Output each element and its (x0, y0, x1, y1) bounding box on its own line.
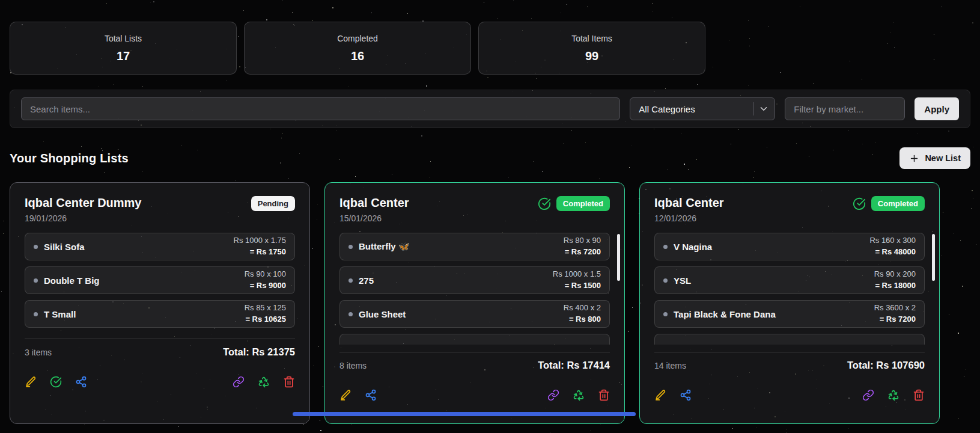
list-date: 19/01/2026 (25, 213, 141, 223)
list-item[interactable]: Rs 1640 x 1 (654, 334, 925, 345)
item-name: Double T Big (44, 275, 100, 286)
bullet-icon (34, 312, 38, 316)
vertical-scrollbar-thumb[interactable] (932, 234, 935, 281)
horizontal-scrollbar-thumb[interactable] (293, 412, 636, 416)
list-item[interactable]: YSLRs 90 x 200= Rs 18000 (654, 266, 925, 294)
stat-card-total-lists: Total Lists 17 (10, 22, 237, 75)
reuse-list-button[interactable] (887, 389, 899, 401)
item-list: Butterfly 🦋Rs 80 x 90= Rs 7200275Rs 1000… (339, 233, 610, 345)
list-total: Total: Rs 21375 (223, 346, 295, 358)
actions-left (25, 376, 87, 388)
item-calc: Rs 3600 x 2 (874, 302, 916, 314)
stat-label: Total Items (571, 34, 612, 43)
reuse-list-button[interactable] (258, 376, 270, 388)
pencil-icon (339, 389, 352, 401)
list-item[interactable]: Butterfly 🦋Rs 80 x 90= Rs 7200 (339, 233, 610, 260)
copy-link-button[interactable] (233, 376, 245, 388)
card-header: Iqbal Center 12/01/2026 Completed (654, 195, 925, 223)
item-name: V Nagina (674, 242, 712, 252)
new-list-label: New List (925, 153, 961, 163)
delete-list-button[interactable] (598, 389, 610, 401)
list-item[interactable]: Silki SofaRs 1000 x 1.75= Rs 1750 (25, 233, 295, 260)
list-item[interactable]: T SmallRs 85 x 125= Rs 10625 (25, 300, 295, 328)
recycle-icon (258, 376, 270, 388)
list-date: 12/01/2026 (654, 213, 724, 223)
share-list-button[interactable] (75, 376, 87, 388)
shopping-lists-grid: Iqbal Center Dummy 19/01/2026 Pending Si… (10, 182, 970, 424)
search-input[interactable] (21, 97, 620, 120)
edit-list-button[interactable] (654, 389, 666, 401)
reuse-list-button[interactable] (573, 389, 585, 401)
link-icon (233, 376, 245, 388)
item-calc: Rs 90 x 200 (874, 269, 916, 280)
mark-complete-button[interactable] (50, 376, 62, 388)
list-title: Iqbal Center Dummy (25, 195, 141, 210)
card-actions (339, 389, 610, 401)
item-calc: Rs 90 x 100 (245, 269, 286, 280)
item-total: = Rs 1500 (553, 280, 601, 292)
apply-button[interactable]: Apply (915, 97, 959, 120)
item-total: = Rs 7200 (874, 314, 916, 325)
bullet-icon (663, 245, 668, 249)
select-divider (753, 102, 753, 115)
item-name: Silki Sofa (44, 242, 85, 252)
status-badge: Completed (871, 196, 925, 211)
app-page: Total Lists 17 Completed 16 Total Items … (0, 0, 980, 433)
divider (654, 352, 925, 352)
item-name: Tapi Black & Fone Dana (674, 309, 776, 319)
edit-list-button[interactable] (339, 389, 352, 401)
shopping-list-card: Iqbal Center 15/01/2026 Completed Butter… (324, 182, 625, 424)
copy-link-button[interactable] (547, 389, 559, 401)
trash-icon (283, 376, 295, 388)
item-total: = Rs 18000 (874, 280, 916, 292)
share-list-button[interactable] (365, 389, 377, 401)
item-total: = Rs 48000 (869, 247, 916, 258)
list-total: Total: Rs 107690 (847, 360, 925, 371)
item-name: Butterfly 🦋 (359, 241, 410, 252)
list-item[interactable]: 275Rs 1000 x 1.5= Rs 1500 (339, 266, 610, 294)
new-list-button[interactable]: New List (899, 147, 970, 169)
items-count: 14 items (654, 361, 686, 370)
item-list: Silki SofaRs 1000 x 1.75= Rs 1750Double … (25, 233, 295, 328)
list-status: Pending (251, 196, 295, 211)
item-total: = Rs 9000 (245, 280, 286, 292)
list-item[interactable]: Glue SheetRs 400 x 2= Rs 800 (339, 300, 610, 328)
bullet-icon (663, 278, 668, 283)
list-item[interactable]: V NaginaRs 160 x 300= Rs 48000 (654, 233, 925, 260)
stat-label: Total Lists (105, 34, 142, 43)
actions-right (233, 376, 295, 388)
bullet-icon (348, 245, 353, 249)
card-header: Iqbal Center Dummy 19/01/2026 Pending (25, 195, 295, 223)
recycle-icon (887, 389, 899, 401)
stat-label: Completed (337, 34, 378, 43)
card-summary: 3 items Total: Rs 21375 (25, 346, 295, 358)
share-list-button[interactable] (680, 389, 692, 401)
item-name: Glue Sheet (359, 309, 406, 319)
copy-link-button[interactable] (862, 389, 874, 401)
category-select[interactable]: All Categories (630, 97, 775, 120)
bullet-icon (348, 278, 353, 283)
share-icon (75, 376, 87, 388)
list-total: Total: Rs 17414 (538, 360, 610, 371)
link-icon (862, 389, 874, 401)
item-calc: Rs 85 x 125 (245, 302, 286, 314)
shopping-list-card: Iqbal Center 12/01/2026 Completed V Nagi… (639, 182, 940, 424)
item-calc: Rs 160 x 300 (869, 235, 916, 247)
item-total: = Rs 7200 (564, 247, 601, 258)
item-name: 275 (359, 275, 374, 286)
item-list: V NaginaRs 160 x 300= Rs 48000YSLRs 90 x… (654, 233, 925, 345)
vertical-scrollbar-thumb[interactable] (617, 234, 620, 281)
item-name: YSL (674, 275, 691, 286)
shopping-list-card: Iqbal Center Dummy 19/01/2026 Pending Si… (10, 182, 310, 424)
item-calc: Rs 1000 x 1.75 (234, 235, 286, 247)
list-item[interactable]: Rs 2 x 120 (339, 334, 610, 345)
edit-list-button[interactable] (25, 376, 37, 388)
list-title: Iqbal Center (654, 195, 724, 210)
list-item[interactable]: Tapi Black & Fone DanaRs 3600 x 2= Rs 72… (654, 300, 925, 328)
list-item[interactable]: Double T BigRs 90 x 100= Rs 9000 (25, 266, 295, 294)
items-count: 3 items (25, 348, 52, 357)
delete-list-button[interactable] (283, 376, 295, 388)
trash-icon (598, 389, 610, 401)
delete-list-button[interactable] (913, 389, 925, 401)
market-filter-input[interactable] (785, 97, 905, 120)
